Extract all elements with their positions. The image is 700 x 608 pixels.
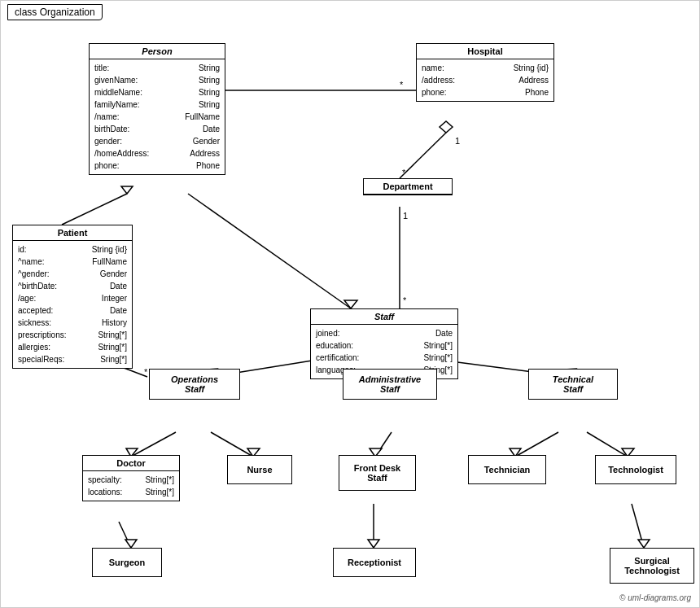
svg-line-4 bbox=[400, 133, 446, 178]
nurse-title: Nurse bbox=[231, 462, 288, 477]
svg-marker-5 bbox=[440, 121, 453, 133]
receptionist-class: Receptionist bbox=[333, 548, 416, 577]
svg-line-0 bbox=[62, 194, 127, 225]
operations-staff-title: OperationsStaff bbox=[153, 374, 236, 394]
svg-line-34 bbox=[632, 504, 644, 548]
svg-line-26 bbox=[515, 432, 558, 457]
department-class: Department bbox=[363, 178, 453, 195]
front-desk-staff-class: Front DeskStaff bbox=[339, 455, 416, 491]
svg-text:1: 1 bbox=[403, 211, 408, 221]
department-title: Department bbox=[364, 179, 452, 195]
svg-marker-3 bbox=[344, 300, 357, 308]
surgical-technologist-class: SurgicalTechnologist bbox=[610, 548, 694, 584]
svg-text:*: * bbox=[400, 80, 404, 90]
surgeon-class: Surgeon bbox=[92, 548, 162, 577]
svg-marker-35 bbox=[638, 540, 650, 548]
nurse-class: Nurse bbox=[227, 455, 292, 484]
technical-staff-title: TechnicalStaff bbox=[532, 374, 614, 394]
person-attrs: title:String givenName:String middleName… bbox=[90, 59, 225, 174]
patient-class: Patient id:String {id} ^name:FullName ^g… bbox=[12, 225, 133, 369]
administrative-staff-class: AdministrativeStaff bbox=[343, 369, 437, 400]
hospital-title: Hospital bbox=[417, 44, 553, 59]
patient-attrs: id:String {id} ^name:FullName ^gender:Ge… bbox=[13, 241, 132, 368]
technical-staff-class: TechnicalStaff bbox=[528, 369, 618, 400]
svg-marker-1 bbox=[121, 186, 133, 194]
surgeon-title: Surgeon bbox=[96, 555, 158, 570]
doctor-class: Doctor specialty:String[*] locations:Str… bbox=[82, 455, 180, 501]
svg-marker-33 bbox=[368, 540, 379, 548]
svg-line-28 bbox=[587, 432, 628, 457]
svg-line-24 bbox=[375, 432, 392, 457]
svg-text:*: * bbox=[403, 295, 407, 305]
administrative-staff-title: AdministrativeStaff bbox=[347, 374, 433, 394]
operations-staff-class: OperationsStaff bbox=[149, 369, 240, 400]
doctor-title: Doctor bbox=[83, 456, 179, 471]
svg-line-20 bbox=[131, 432, 176, 457]
svg-text:*: * bbox=[144, 367, 148, 377]
technician-class: Technician bbox=[468, 455, 546, 484]
svg-text:*: * bbox=[402, 168, 406, 177]
svg-marker-31 bbox=[125, 540, 137, 548]
svg-line-30 bbox=[119, 522, 131, 548]
svg-line-2 bbox=[188, 194, 351, 308]
technologist-class: Technologist bbox=[595, 455, 676, 484]
diagram-title: class Organization bbox=[7, 4, 103, 20]
patient-title: Patient bbox=[13, 225, 132, 241]
surgical-technologist-title: SurgicalTechnologist bbox=[614, 553, 690, 578]
svg-line-22 bbox=[211, 432, 253, 457]
copyright-text: © uml-diagrams.org bbox=[619, 593, 691, 602]
front-desk-staff-title: Front DeskStaff bbox=[343, 461, 412, 485]
hospital-class: Hospital name:String {id} /address:Addre… bbox=[416, 43, 554, 102]
diagram-container: class Organization 1 * * * 1 * bbox=[0, 0, 700, 608]
svg-text:1: 1 bbox=[455, 136, 460, 146]
person-title: Person bbox=[90, 44, 225, 59]
hospital-attrs: name:String {id} /address:Address phone:… bbox=[417, 59, 553, 101]
technician-title: Technician bbox=[472, 462, 542, 477]
person-class: Person title:String givenName:String mid… bbox=[89, 43, 225, 175]
technologist-title: Technologist bbox=[599, 462, 672, 477]
doctor-attrs: specialty:String[*] locations:String[*] bbox=[83, 471, 179, 501]
receptionist-title: Receptionist bbox=[337, 555, 412, 570]
staff-title: Staff bbox=[311, 309, 457, 325]
